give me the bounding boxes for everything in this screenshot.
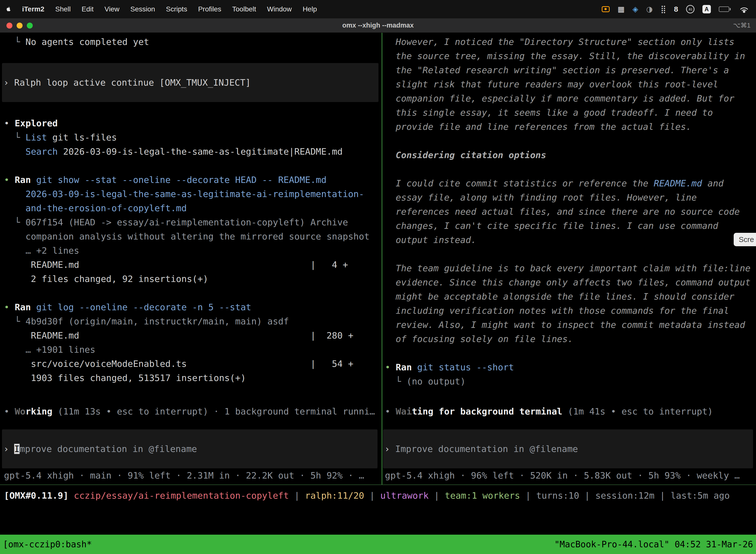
zoom-button[interactable] <box>27 22 33 29</box>
battery-body <box>719 6 729 12</box>
input-source-icon[interactable]: A <box>702 5 711 13</box>
screen-recording-indicator-icon[interactable] <box>602 6 610 12</box>
menu-item-view[interactable]: View <box>105 5 119 13</box>
right-pane[interactable]: However, I noticed the "Directory Struct… <box>382 33 756 485</box>
terminal-line: └ No agents completed yet <box>4 35 380 49</box>
terminal-line <box>4 159 380 173</box>
text-segment: output instead. <box>385 235 476 245</box>
text-segment: rking <box>25 406 52 417</box>
text-segment: | <box>579 491 595 501</box>
menu-item-session[interactable]: Session <box>130 5 155 13</box>
text-segment: 067f154 (HEAD -> essay/ai-reimplementati… <box>25 217 348 227</box>
minimize-button[interactable] <box>17 22 22 29</box>
text-segment: essay file, along with finding root file… <box>385 192 697 203</box>
text-segment: The team guideline is to back every impo… <box>385 263 751 273</box>
tmux-status-bar[interactable]: [omx-cczip0:bash* "MacBook-Pro-44.local"… <box>0 535 756 554</box>
close-button[interactable] <box>6 22 12 29</box>
terminal-line: evidence. Since this change only affects… <box>385 275 756 289</box>
menu-item-window[interactable]: Window <box>267 5 292 13</box>
text-segment: | <box>364 491 380 501</box>
text-segment: Ran <box>396 362 417 372</box>
text-segment: companion analysis without altering the … <box>4 231 370 241</box>
terminal-line: companion file, especially if more comme… <box>385 91 756 106</box>
terminal-line: and-the-erosion-of-copyleft.md <box>4 201 380 215</box>
terminal-line <box>385 134 756 148</box>
text-segment: provide file and line references from th… <box>385 122 691 132</box>
text-segment: README.md <box>654 178 702 188</box>
menu-items: iTerm2ShellEditViewSessionScriptsProfile… <box>22 5 317 13</box>
menu-item-shell[interactable]: Shell <box>55 5 71 13</box>
menu-item-scripts[interactable]: Scripts <box>166 5 187 13</box>
prompt-input[interactable]: › Improve documentation in @filename <box>383 429 753 468</box>
terminal-line: including verification notes with those … <box>385 303 756 318</box>
apple-icon[interactable] <box>6 6 11 12</box>
right-scrollback: However, I noticed the "Directory Struct… <box>385 35 756 388</box>
text-segment: last:5m ago <box>671 491 730 501</box>
terminal-line: Considering citation options <box>385 148 756 162</box>
text-segment: › <box>3 77 14 88</box>
text-segment: this single essay, it seems like a good … <box>385 107 713 118</box>
prompt-input[interactable]: › Improve documentation in @filename <box>2 429 378 468</box>
eight-app-icon[interactable]: 8 <box>674 5 678 13</box>
battery-nub <box>730 8 731 10</box>
terminal-line: provide file and line references from th… <box>385 120 756 134</box>
terminal-line <box>4 102 380 116</box>
text-segment: • <box>385 362 396 372</box>
text-segment: git show --stat --oneline --decorate HEA… <box>36 175 326 185</box>
omx-status-line: [OMX#0.11.9] cczip/essay/ai-reimplementa… <box>0 485 756 501</box>
text-segment: ultrawork <box>380 491 429 501</box>
text-segment: the "Related research writing" section i… <box>385 65 729 75</box>
keyboard-grid-icon[interactable]: ▦ <box>618 5 625 13</box>
text-segment: └ <box>4 217 25 227</box>
screen: iTerm2ShellEditViewSessionScriptsProfile… <box>0 0 756 554</box>
text-segment: (1m 41s • esc to interrupt) <box>562 406 713 417</box>
wifi-icon[interactable] <box>739 5 750 13</box>
menu-item-edit[interactable]: Edit <box>82 5 93 13</box>
text-segment: | <box>289 491 305 501</box>
text-segment: … +1901 lines <box>4 344 95 355</box>
menu-bar-status-area: ▦ ◈ ◑ ⣿ 8 .61 A <box>602 5 750 13</box>
agent-status-line: • Waiting for background terminal (1m 41… <box>385 404 756 419</box>
text-segment: 2026-03-09-is-legal-the-same-as-legitima… <box>58 147 343 157</box>
terminal-line: slight risk that future readers may over… <box>385 77 756 91</box>
dots-grid-icon[interactable]: ⣿ <box>660 5 666 13</box>
blue-app-icon[interactable]: ◈ <box>632 5 638 13</box>
terminal-line: companion analysis without altering the … <box>4 229 380 243</box>
menu-item-profiles[interactable]: Profiles <box>198 5 221 13</box>
text-segment: List <box>25 132 47 143</box>
text-segment: and-the-erosion-of-copyleft.md <box>4 203 187 213</box>
text-segment: 2 files changed, 92 insertions(+) <box>4 274 208 284</box>
terminal-line: src/voice/voiceModeEnabled.ts | 54 + <box>4 357 380 371</box>
text-segment: • <box>4 302 15 312</box>
text-segment: (11m 13s • esc to interrupt) · 1 backgro… <box>52 406 375 417</box>
text-segment: I <box>14 444 19 454</box>
meter-icon[interactable]: .61 <box>686 5 694 13</box>
left-pane-bottom: • Working (11m 13s • esc to interrupt) ·… <box>4 404 380 485</box>
round-app-icon[interactable]: ◑ <box>646 5 652 13</box>
text-segment: Wo <box>15 406 25 417</box>
text-segment: › <box>3 444 14 454</box>
text-segment: slight risk that future readers may over… <box>385 79 718 89</box>
terminal-line: README.md | 280 + <box>4 328 380 342</box>
menu-item-help[interactable]: Help <box>303 5 317 13</box>
text-segment: └ <box>385 376 406 386</box>
ralph-inject-banner[interactable]: › Ralph loop active continue [OMX_TMUX_I… <box>2 63 378 102</box>
text-segment: Considering citation options <box>385 150 546 160</box>
window-shortcut-badge: ⌥⌘1 <box>733 21 756 29</box>
text-segment: and <box>702 178 724 188</box>
left-pane[interactable]: └ No agents completed yet › Ralph loop a… <box>0 33 381 485</box>
model-status-line: gpt-5.4 xhigh · main · 91% left · 2.31M … <box>4 468 380 483</box>
battery-icon[interactable] <box>719 6 731 12</box>
text-segment: • <box>385 406 396 417</box>
terminal-line: README.md | 4 + <box>4 258 380 272</box>
bottom-spacer <box>0 501 756 535</box>
terminal-line: might be acceptable alongside the file l… <box>385 289 756 303</box>
text-segment: git status --short <box>417 362 514 372</box>
text-segment: 2026-03-09-is-legal-the-same-as-legitima… <box>4 189 364 199</box>
terminal-line <box>385 162 756 176</box>
text-segment: 1903 files changed, 513517 insertions(+) <box>4 373 246 383</box>
text-segment: No agents completed yet <box>25 37 149 47</box>
screen-overlay-button[interactable]: Scre <box>734 233 756 246</box>
menu-item-iterm2[interactable]: iTerm2 <box>22 5 44 13</box>
menu-item-toolbelt[interactable]: Toolbelt <box>232 5 256 13</box>
